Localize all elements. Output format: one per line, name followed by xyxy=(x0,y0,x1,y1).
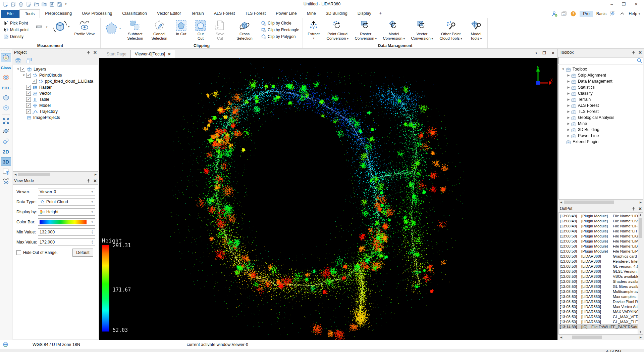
project-tree-item[interactable]: ▼✓PointClouds xyxy=(13,72,98,78)
log-row[interactable]: [13:08:50][LiDAR360]Graphics card manufa… xyxy=(559,254,638,259)
save-icon[interactable] xyxy=(49,1,55,7)
log-row[interactable]: [13:08:50][LiDAR360]GL version: 4.6.0 - … xyxy=(559,264,638,269)
log-row[interactable]: [13:08:50][LiDAR360]Max Vertex Attribs: … xyxy=(559,304,638,309)
view-2d-button[interactable]: 2D xyxy=(1,147,11,156)
viewer-select[interactable]: Viewer-0▾ xyxy=(38,188,95,195)
tab-list-icon[interactable]: ▾ xyxy=(536,51,537,55)
subtract-selection-button[interactable]: Subtract Selection xyxy=(124,19,146,41)
log-row[interactable]: [13:08:50][LiDAR360]GL_MAX_VERTEX_ATTR xyxy=(559,314,638,319)
menu-tab--[interactable]: + xyxy=(376,9,385,18)
layer-checkbox[interactable]: ✓ xyxy=(32,79,37,84)
log-row[interactable]: [13:08:50][Plugin Module]File Name:'LiBu… xyxy=(559,244,638,249)
expander-icon[interactable]: ▶ xyxy=(566,116,571,119)
point-cloud-conversion-button[interactable]: Point Cloud Conversion ▾ xyxy=(324,19,351,41)
license-pro-button[interactable]: Pro xyxy=(580,11,593,17)
log-row[interactable]: [13:08:50][LiDAR360]Multisample availabl… xyxy=(559,289,638,294)
pin-icon[interactable] xyxy=(631,206,636,211)
clip-by-circle-button[interactable]: Clip by Circle xyxy=(260,20,301,26)
toolbox-item-tls-forest[interactable]: ▶TLS Forest xyxy=(559,108,643,115)
expander-icon[interactable]: ▶ xyxy=(566,128,571,131)
viewer-canvas-area[interactable]: y x Height 291.31 171.67 52.03 xyxy=(99,58,557,340)
restore-button[interactable]: ❐ xyxy=(622,2,626,7)
color-bar-select[interactable]: ▾ xyxy=(38,218,95,226)
toolbox-item-als-forest[interactable]: ▶ALS Forest xyxy=(559,102,643,108)
min-value-input[interactable]: 132.000 ▲▼ xyxy=(38,228,95,236)
log-row[interactable]: [13:08:50][LiDAR360]MAX VARYING COMPON xyxy=(559,309,638,314)
raster-conversion-button[interactable]: Raster Conversion ▾ xyxy=(353,19,379,41)
log-row[interactable]: [13:08:50][LiDAR360]Shaders available xyxy=(559,279,638,284)
layer-checkbox[interactable]: ✓ xyxy=(26,73,31,78)
max-value-spinner[interactable]: ▲▼ xyxy=(90,239,95,245)
layer-checkbox[interactable]: ✓ xyxy=(26,103,31,108)
extract-button[interactable]: Extract ▾ xyxy=(305,19,322,40)
model-tools-button[interactable]: Model Tools ▾ xyxy=(467,19,485,41)
project-tree-item[interactable]: ✓Model xyxy=(13,102,98,108)
pin-icon[interactable] xyxy=(631,50,636,55)
clip-by-rectangle-button[interactable]: Clip by Rectangle xyxy=(260,27,301,33)
project-tree-item[interactable]: ✓Table xyxy=(13,96,98,102)
display-by-select[interactable]: E Height▾ xyxy=(38,208,95,216)
orbit-view-button[interactable] xyxy=(1,127,11,136)
display-by-color-button[interactable] xyxy=(1,53,11,62)
menu-tab-als-forest[interactable]: ALS Forest xyxy=(209,9,240,18)
float-window-icon[interactable]: ❐ xyxy=(542,51,546,55)
toolbox-item-data-management[interactable]: ▶Data Management xyxy=(559,78,643,84)
project-tree-item[interactable]: ✓Raster xyxy=(13,84,98,90)
bounding-box-button[interactable] xyxy=(1,94,11,102)
qat-customize-icon[interactable]: ▾ xyxy=(64,2,67,6)
tab-viewer-0[interactable]: Viewer-0[Focus] ✕ xyxy=(130,50,175,58)
project-tree-item[interactable]: ✓ppk_fixed_cloud_1.LiData xyxy=(13,78,98,84)
full-extent-button[interactable] xyxy=(1,117,11,126)
point-settings-button[interactable] xyxy=(1,137,11,146)
toolbox-item-mine[interactable]: ▶Mine xyxy=(559,121,643,127)
pick-point-button[interactable]: Pick Point xyxy=(2,20,30,26)
toolbox-item-terrain[interactable]: ▶Terrain xyxy=(559,96,643,102)
expander-icon[interactable]: ▼ xyxy=(21,74,26,77)
expander-icon[interactable]: ▶ xyxy=(566,92,571,95)
in-cut-button[interactable]: In Cut xyxy=(172,19,190,36)
close-viewer-icon[interactable]: ✕ xyxy=(551,51,555,55)
help-badge-icon[interactable]: ? xyxy=(570,11,576,17)
max-value-input[interactable]: 172.000 ▲▼ xyxy=(38,238,95,246)
expander-icon[interactable]: ▶ xyxy=(566,122,571,125)
profile-strip-button[interactable] xyxy=(1,177,11,186)
other-point-cloud-tools-button[interactable]: Other Point Cloud Tools ▾ xyxy=(437,19,465,41)
project-tree-item[interactable]: ImageProjects xyxy=(13,115,98,121)
log-row[interactable]: [13:08:50][LiDAR360]GLSL Version: 4.60 -… xyxy=(559,269,638,274)
strip-drag-handle[interactable]: •••••• xyxy=(1,49,11,52)
log-row[interactable]: [13:08:50][Plugin Module]File Name:'LiGe… xyxy=(559,233,638,238)
edit-project-icon[interactable] xyxy=(26,1,32,7)
toolbox-item-geological-analysis[interactable]: ▶Geological Analysis xyxy=(559,115,643,121)
settings-icon[interactable] xyxy=(610,11,616,17)
viewer-tab-close-icon[interactable]: ✕ xyxy=(168,52,171,56)
save-as-icon[interactable] xyxy=(57,1,62,7)
output-vscrollbar[interactable]: ▲ ▼ xyxy=(638,213,643,334)
toolbox-item-3d-building[interactable]: ▶3D Building xyxy=(559,127,643,133)
menu-tab-display[interactable]: Display xyxy=(353,9,376,18)
gallery-icon[interactable] xyxy=(561,11,567,17)
default-button[interactable]: Default xyxy=(72,249,93,257)
layer-checkbox[interactable]: ✓ xyxy=(20,67,25,72)
menu-tab-tools[interactable]: Tools xyxy=(19,9,40,18)
layers-toolbar-icon[interactable] xyxy=(14,57,22,64)
save-cut-button[interactable]: Save Cut xyxy=(211,19,229,41)
new-window-button[interactable] xyxy=(1,167,11,176)
log-row[interactable]: [13:08:50][LiDAR360]GL filters available xyxy=(559,284,638,289)
cascade-windows-icon[interactable] xyxy=(25,57,33,64)
toolbox-search-input[interactable] xyxy=(559,58,637,63)
menu-tab-preprocessing[interactable]: Preprocessing xyxy=(40,9,77,18)
license-basic-button[interactable]: Basic xyxy=(596,11,607,16)
view-3d-button[interactable]: 3D xyxy=(1,157,11,166)
data-type-select[interactable]: Point Cloud▾ xyxy=(38,198,95,206)
view-mode-close-icon[interactable]: ✕ xyxy=(93,178,97,183)
menu-tab-uav-processing[interactable]: UAV Processing xyxy=(77,9,117,18)
pin-icon[interactable] xyxy=(86,178,91,183)
toolbox-item-statistics[interactable]: ▶Statistics xyxy=(559,84,643,90)
length-measure-button[interactable]: ▾ xyxy=(32,19,49,30)
log-row[interactable]: [13:08:50][LiDAR360]Renderer: Intel(R) U… xyxy=(559,259,638,264)
minimize-button[interactable]: – xyxy=(610,2,613,7)
log-row[interactable]: [13:08:49][Plugin Module]File Name:'LiTL… xyxy=(559,228,638,233)
out-cut-button[interactable]: Out Cut xyxy=(192,19,209,41)
open-folder-icon[interactable] xyxy=(34,1,39,7)
user-account-icon[interactable] xyxy=(551,11,557,17)
